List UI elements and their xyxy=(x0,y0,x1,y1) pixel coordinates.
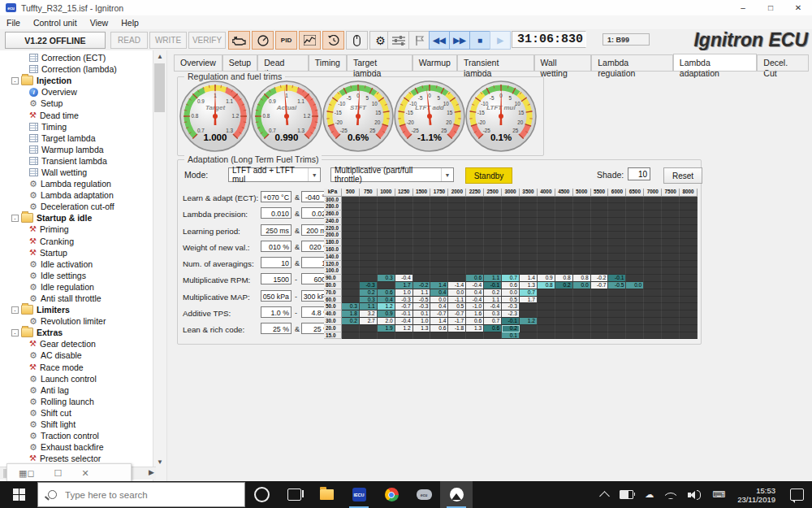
table-cell-300.0-7500[interactable] xyxy=(662,197,680,204)
table-cell-220.0-3500[interactable] xyxy=(520,225,538,232)
taskbar-cortana[interactable] xyxy=(245,481,278,508)
table-cell-40.0-4000[interactable] xyxy=(538,310,555,318)
keyboard-icon[interactable]: ⌨ xyxy=(712,489,725,500)
table-cell-260.0-6000[interactable] xyxy=(608,211,626,218)
table-cell-15.0-2500[interactable] xyxy=(484,332,502,340)
table-cell-80.0-1000[interactable] xyxy=(378,282,395,289)
scrollbar-thumb[interactable] xyxy=(154,63,165,112)
table-cell-90.0-3500[interactable]: 1.4 xyxy=(520,275,538,282)
table-cell-260.0-500[interactable] xyxy=(342,211,360,218)
table-cell-240.0-1000[interactable] xyxy=(378,218,395,225)
table-cell-15.0-1000[interactable] xyxy=(378,332,395,340)
sidebar-item-correction-lambda-[interactable]: Correction (lambda) xyxy=(0,63,153,75)
table-cell-120.0-2000[interactable] xyxy=(448,261,466,268)
table-cell-30.0-5500[interactable] xyxy=(591,318,609,325)
table-cell-200.0-2000[interactable] xyxy=(448,232,466,239)
sidebar-item-revolution-limiter[interactable]: ⚙Revolution limiter xyxy=(0,315,153,327)
table-cell-240.0-6500[interactable] xyxy=(626,218,644,225)
table-cell-90.0-8000[interactable] xyxy=(680,275,698,282)
table-cell-260.0-2500[interactable] xyxy=(484,211,502,218)
table-cell-15.0-3500[interactable] xyxy=(520,332,538,340)
sidebar-item-priming[interactable]: ⚒Priming xyxy=(0,224,153,235)
table-cell-50.0-5500[interactable] xyxy=(591,303,609,310)
table-cell-200.0-3500[interactable] xyxy=(520,232,538,239)
table-cell-160.0-4500[interactable] xyxy=(555,246,573,254)
tab-lambda-regulation[interactable]: Lambda regulation xyxy=(591,54,673,71)
table-cell-90.0-4000[interactable]: 0.9 xyxy=(538,275,555,282)
table-cell-30.0-1000[interactable]: 2.0 xyxy=(378,318,395,325)
table-cell-40.0-1500[interactable]: 0.1 xyxy=(413,310,431,318)
table-cell-220.0-1250[interactable] xyxy=(395,225,413,232)
taskbar-taskview[interactable] xyxy=(278,481,310,508)
table-cell-30.0-3000[interactable]: -0.1 xyxy=(502,318,520,325)
tab-overview[interactable]: Overview xyxy=(174,54,222,71)
stop-button[interactable]: ■ xyxy=(469,31,490,50)
field-input-1[interactable]: 250 ms xyxy=(261,224,292,236)
table-cell-40.0-750[interactable]: 3.2 xyxy=(360,310,378,318)
table-cell-50.0-3000[interactable]: -0.3 xyxy=(502,303,520,310)
table-cell-100.0-1750[interactable] xyxy=(430,267,448,275)
chart-icon-button[interactable] xyxy=(299,31,321,50)
table-cell-100.0-1000[interactable] xyxy=(378,267,395,275)
table-cell-20.0-750[interactable] xyxy=(360,325,378,332)
table-cell-280.0-750[interactable] xyxy=(360,203,378,211)
table-cell-120.0-7500[interactable] xyxy=(662,261,680,268)
table-cell-120.0-8000[interactable] xyxy=(680,261,698,268)
table-cell-30.0-2500[interactable]: 0.7 xyxy=(484,318,502,325)
table-cell-220.0-1000[interactable] xyxy=(378,225,395,232)
table-cell-300.0-2000[interactable] xyxy=(448,197,466,204)
table-cell-60.0-4500[interactable] xyxy=(555,297,573,304)
table-cell-15.0-2000[interactable] xyxy=(448,332,466,340)
table-cell-70.0-1500[interactable]: 1.1 xyxy=(413,289,431,297)
read-button[interactable]: READ xyxy=(110,32,148,49)
table-cell-70.0-4500[interactable] xyxy=(555,289,573,297)
table-cell-140.0-1750[interactable] xyxy=(430,254,448,261)
tab-target-lambda[interactable]: Target lambda xyxy=(347,54,412,71)
table-cell-120.0-7000[interactable] xyxy=(644,261,662,268)
table-cell-180.0-1000[interactable] xyxy=(378,239,395,246)
table-cell-80.0-5000[interactable]: 0.0 xyxy=(573,282,591,289)
table-cell-300.0-1250[interactable] xyxy=(395,197,413,204)
field-input-1[interactable]: 010 % xyxy=(261,241,292,252)
table-cell-60.0-5500[interactable] xyxy=(591,297,609,304)
table-cell-180.0-7500[interactable] xyxy=(662,239,680,246)
table-cell-70.0-1000[interactable]: 0.6 xyxy=(378,289,395,297)
table-cell-15.0-750[interactable] xyxy=(360,332,378,340)
table-cell-160.0-4000[interactable] xyxy=(538,246,555,254)
table-cell-260.0-750[interactable] xyxy=(360,211,378,218)
table-cell-120.0-4500[interactable] xyxy=(555,261,573,268)
table-cell-30.0-1250[interactable]: -0.4 xyxy=(395,318,413,325)
table-cell-300.0-750[interactable] xyxy=(360,197,378,204)
table-cell-50.0-6500[interactable] xyxy=(626,303,644,310)
table-cell-50.0-4000[interactable] xyxy=(538,303,555,310)
table-cell-160.0-2000[interactable] xyxy=(448,246,466,254)
table-cell-100.0-4500[interactable] xyxy=(555,267,573,275)
table-cell-180.0-5000[interactable] xyxy=(573,239,591,246)
table-cell-200.0-6000[interactable] xyxy=(608,232,626,239)
table-cell-300.0-500[interactable] xyxy=(342,197,360,204)
table-cell-70.0-6000[interactable] xyxy=(608,289,626,297)
table-cell-90.0-6000[interactable]: -0.1 xyxy=(608,275,626,282)
table-cell-30.0-4500[interactable] xyxy=(555,318,573,325)
table-cell-280.0-7000[interactable] xyxy=(644,203,662,211)
table-cell-60.0-2500[interactable]: 1.1 xyxy=(484,297,502,304)
sidebar-item-limiters[interactable]: -Limiters xyxy=(0,304,153,315)
table-cell-90.0-3000[interactable]: 0.7 xyxy=(502,275,520,282)
sidebar-item-cranking[interactable]: ⚒Cranking xyxy=(0,236,153,247)
table-cell-140.0-4500[interactable] xyxy=(555,254,573,261)
table-cell-80.0-5500[interactable]: -0.7 xyxy=(591,282,609,289)
table-cell-200.0-1500[interactable] xyxy=(413,232,431,239)
menu-help[interactable]: Help xyxy=(114,18,145,28)
table-cell-100.0-2000[interactable] xyxy=(448,267,466,275)
sidebar-item-race-mode[interactable]: ⚒Race mode xyxy=(0,362,153,373)
table-cell-140.0-2000[interactable] xyxy=(448,254,466,261)
table-cell-280.0-7500[interactable] xyxy=(662,203,680,211)
table-cell-280.0-8000[interactable] xyxy=(680,203,698,211)
table-cell-70.0-2000[interactable]: 0.0 xyxy=(448,289,466,297)
table-cell-60.0-3000[interactable]: 0.5 xyxy=(502,297,520,304)
table-cell-50.0-500[interactable]: 0.3 xyxy=(342,303,360,310)
table-cell-240.0-1250[interactable] xyxy=(395,218,413,225)
tab-warmup[interactable]: Warmup xyxy=(412,54,457,71)
table-cell-80.0-750[interactable]: -0.3 xyxy=(360,282,378,289)
table-cell-160.0-8000[interactable] xyxy=(680,246,698,254)
